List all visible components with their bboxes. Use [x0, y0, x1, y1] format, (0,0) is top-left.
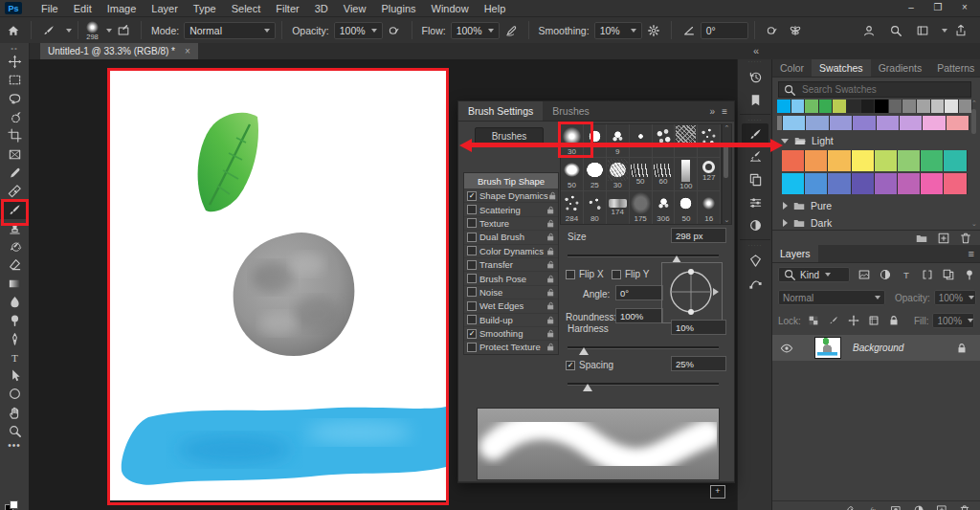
quick-selection-tool[interactable]: [0, 108, 29, 126]
properties-icon[interactable]: [738, 190, 772, 213]
brush-preset-cell[interactable]: 284: [561, 191, 584, 225]
rectangular-marquee-tool[interactable]: [0, 71, 29, 89]
clone-source-icon[interactable]: [738, 167, 772, 190]
layer-style-icon[interactable]: fx: [867, 504, 879, 510]
color-swatch[interactable]: [782, 173, 805, 194]
tab-brush-settings[interactable]: Brush Settings: [458, 101, 543, 121]
layer-name[interactable]: Background: [853, 343, 903, 353]
menu-3d[interactable]: 3D: [307, 3, 336, 14]
color-swatch[interactable]: [853, 116, 876, 130]
brush-preset-cell[interactable]: 127: [698, 158, 721, 191]
tab-gradients[interactable]: Gradients: [871, 59, 930, 77]
brush-preset-cell[interactable]: 16: [698, 191, 721, 225]
color-swatch[interactable]: [828, 173, 851, 194]
color-swatch[interactable]: [791, 100, 806, 113]
new-group-icon[interactable]: [915, 232, 928, 245]
brush-preset-cell[interactable]: 50: [630, 158, 653, 191]
gradient-tool[interactable]: [0, 275, 29, 293]
spacing-checkbox[interactable]: ✓Spacing: [566, 360, 613, 370]
tab-patterns[interactable]: Patterns: [929, 59, 980, 77]
brush-preset-cell[interactable]: [698, 124, 721, 158]
workspace-icon[interactable]: [916, 24, 929, 37]
tool-preset-brush-icon[interactable]: [42, 24, 56, 37]
smoothing-gear-icon[interactable]: [647, 24, 660, 37]
color-swatch[interactable]: [830, 116, 853, 130]
color-swatch[interactable]: [921, 173, 944, 194]
blur-tool[interactable]: [0, 293, 29, 311]
layer-thumbnail[interactable]: [814, 337, 841, 359]
spacing-slider[interactable]: [568, 383, 719, 386]
collapse-panels-icon[interactable]: «: [753, 45, 757, 56]
roundness-field[interactable]: 100%: [615, 308, 663, 323]
menu-type[interactable]: Type: [186, 3, 224, 14]
airbrush-icon[interactable]: [504, 24, 518, 37]
zoom-tool[interactable]: [0, 422, 29, 440]
brush-preset-cell[interactable]: 9: [607, 124, 630, 158]
symmetry-icon[interactable]: [789, 24, 802, 37]
brush-option-scattering[interactable]: Scattering: [464, 202, 558, 215]
lock-all-icon[interactable]: [887, 314, 901, 327]
color-swatch[interactable]: [898, 150, 921, 171]
hardness-slider[interactable]: [568, 346, 719, 349]
spacing-field[interactable]: 25%: [671, 356, 726, 371]
home-icon[interactable]: [7, 24, 20, 37]
edit-toolbar-icon[interactable]: •••: [0, 440, 29, 451]
color-swatch[interactable]: [875, 150, 898, 171]
canvas[interactable]: [110, 71, 446, 500]
brush-preset-cell[interactable]: 80: [584, 191, 607, 225]
lock-transparency-icon[interactable]: [807, 314, 820, 327]
size-field[interactable]: 298 px: [671, 228, 726, 243]
filter-smart-object-icon[interactable]: [942, 268, 955, 281]
brush-preset-picker[interactable]: 298: [86, 21, 99, 40]
pen-tool[interactable]: [0, 329, 29, 347]
panel-collapse-icon[interactable]: »: [710, 106, 716, 117]
panel-menu-icon[interactable]: ≡: [969, 248, 980, 259]
menu-view[interactable]: View: [336, 3, 374, 14]
dodge-tool[interactable]: [0, 311, 29, 329]
brush-option-noise[interactable]: Noise: [464, 285, 558, 299]
flow-select[interactable]: 100%: [451, 22, 500, 39]
brush-tool[interactable]: [0, 200, 29, 218]
swatch-group-dark[interactable]: Dark: [783, 216, 832, 230]
new-adjustment-icon[interactable]: [913, 504, 924, 510]
brush-angle-widget[interactable]: [661, 262, 723, 323]
angle-field[interactable]: 0°: [615, 285, 663, 300]
filter-adjustment-icon[interactable]: [879, 268, 892, 281]
document-tab[interactable]: Untitled-1 @ 33.3% (RGB/8) * ×: [40, 43, 198, 59]
angle-field[interactable]: 0°: [701, 22, 748, 39]
brush-grid-scrollbar[interactable]: ⌃⌄: [722, 123, 732, 225]
color-swatch[interactable]: [917, 100, 931, 113]
color-swatch[interactable]: [805, 173, 828, 194]
brush-preset-cell[interactable]: 50: [675, 191, 698, 225]
brush-preset-cell[interactable]: [653, 124, 676, 158]
account-icon[interactable]: [862, 24, 876, 37]
add-mask-icon[interactable]: [890, 504, 902, 510]
tab-close-icon[interactable]: ×: [185, 46, 190, 56]
shape-tool[interactable]: [0, 385, 29, 403]
search-icon[interactable]: [889, 24, 902, 37]
mode-select[interactable]: Normal: [184, 22, 276, 39]
color-swatch[interactable]: [805, 150, 828, 171]
swatch-group-pure[interactable]: Pure: [783, 199, 832, 212]
color-swatch[interactable]: [877, 116, 900, 130]
brush-option-transfer[interactable]: Transfer: [464, 257, 558, 271]
brush-preset-cell[interactable]: 306: [653, 191, 676, 225]
brush-preset-cell[interactable]: 30: [607, 158, 630, 191]
blend-mode-select[interactable]: Normal: [778, 290, 885, 305]
adjustments-icon[interactable]: [738, 213, 772, 236]
crop-tool[interactable]: [0, 126, 29, 144]
toolbar-grip[interactable]: ••: [0, 43, 29, 53]
eraser-tool[interactable]: [0, 255, 29, 274]
color-swatch[interactable]: [782, 150, 805, 171]
styles-icon[interactable]: [738, 249, 772, 272]
color-swatch[interactable]: [944, 150, 967, 171]
healing-brush-tool[interactable]: [0, 182, 29, 200]
kind-filter-select[interactable]: Kind: [778, 267, 850, 282]
filter-image-icon[interactable]: [858, 268, 871, 281]
brush-option-shape-dynamics[interactable]: ✓Shape Dynamics: [464, 188, 558, 202]
brushes-icon[interactable]: [738, 144, 772, 167]
history-brush-tool[interactable]: [0, 237, 29, 255]
smoothing-select[interactable]: 10%: [594, 22, 642, 39]
opacity-select[interactable]: 100%: [334, 22, 383, 39]
color-swatch[interactable]: [847, 100, 861, 113]
